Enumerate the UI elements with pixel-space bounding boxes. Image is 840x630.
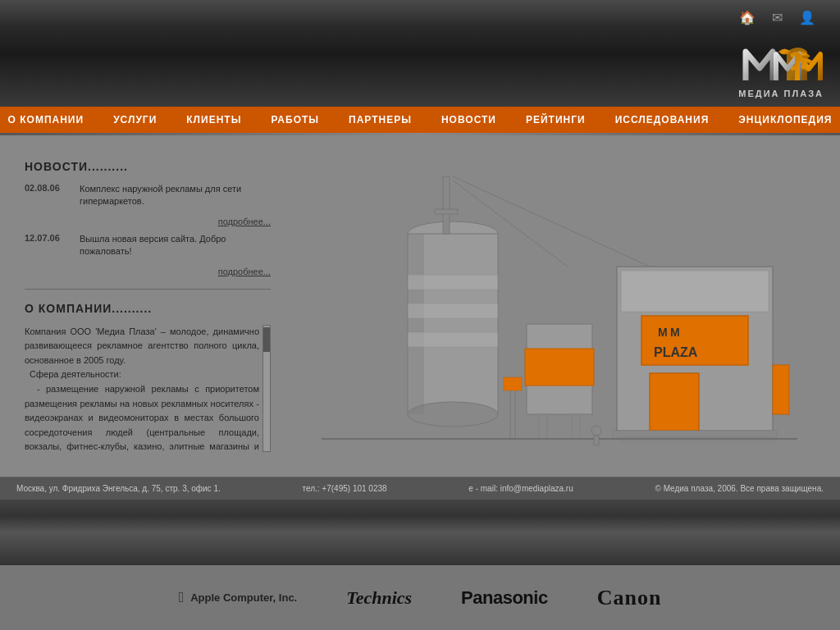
news-date-1: 02.08.06 xyxy=(25,183,70,193)
news-title: НОВОСТИ.......... xyxy=(25,160,271,173)
apple-label: Apple Computer, Inc. xyxy=(190,591,297,604)
footer-address: Москва, ул. Фридриха Энгельса, д. 75, ст… xyxy=(16,484,221,493)
nav-services[interactable]: УСЛУГИ xyxy=(98,114,171,126)
svg-rect-14 xyxy=(650,373,699,431)
svg-text:M: M xyxy=(658,326,668,339)
news-section: НОВОСТИ.......... 02.08.06 Комплекс нару… xyxy=(25,160,271,276)
bottom-gradient xyxy=(0,500,840,565)
right-panel: M M PLAZA xyxy=(287,152,832,460)
canon-label: Canon xyxy=(597,586,662,610)
nav-partners[interactable]: ПАРТНЕРЫ xyxy=(334,114,427,126)
svg-rect-12 xyxy=(572,414,580,439)
building-illustration: M M PLAZA xyxy=(322,160,797,447)
nav-clients[interactable]: КЛИЕНТЫ xyxy=(171,114,256,126)
svg-rect-24 xyxy=(504,377,522,390)
nav-works[interactable]: РАБОТЫ xyxy=(256,114,334,126)
news-more-1[interactable]: подробнее... xyxy=(80,217,271,226)
svg-rect-5 xyxy=(408,304,498,318)
news-item-2: 12.07.06 Вышла новая версия сайта. Добро… xyxy=(25,233,271,258)
svg-point-28 xyxy=(591,426,601,436)
nav-news[interactable]: НОВОСТИ xyxy=(427,114,511,126)
person-icon[interactable]: 👤 xyxy=(799,10,815,25)
brands-bar:  Apple Computer, Inc. Technics Panasoni… xyxy=(0,565,840,630)
news-item-1: 02.08.06 Комплекс наружной рекламы для с… xyxy=(25,183,271,208)
apple-icon:  xyxy=(179,589,185,606)
brand-apple:  Apple Computer, Inc. xyxy=(179,589,298,606)
scrollbar[interactable] xyxy=(262,325,271,452)
company-text: Компания ООО 'Медиа Плаза' – молодое, ди… xyxy=(25,325,259,452)
nav-ratings[interactable]: РЕЙТИНГИ xyxy=(511,114,600,126)
nav-about[interactable]: О КОМПАНИИ xyxy=(0,114,98,126)
footer-bar: Москва, ул. Фридриха Энгельса, д. 75, ст… xyxy=(0,477,840,500)
mail-icon[interactable]: ✉ xyxy=(772,10,783,25)
svg-rect-8 xyxy=(435,209,458,214)
company-title: О КОМПАНИИ.......... xyxy=(25,302,271,315)
logo-text: МЕДИА ПЛАЗА xyxy=(738,89,824,98)
footer-phone: тел.: +7(495) 101 0238 xyxy=(302,484,386,493)
nav-encyclopedia[interactable]: ЭНЦИКЛОПЕДИЯ xyxy=(724,114,840,126)
svg-rect-10 xyxy=(525,349,594,386)
company-text-wrapper: Компания ООО 'Медиа Плаза' – молодое, ди… xyxy=(25,325,271,452)
brand-technics: Technics xyxy=(346,587,412,609)
svg-rect-21 xyxy=(613,431,777,437)
panasonic-label: Panasonic xyxy=(461,587,548,609)
nav-bar: О КОМПАНИИ УСЛУГИ КЛИЕНТЫ РАБОТЫ ПАРТНЕР… xyxy=(0,107,840,133)
svg-rect-11 xyxy=(539,414,547,439)
company-section: О КОМПАНИИ.......... Компания ООО 'Медиа… xyxy=(25,302,271,452)
logo-graphic xyxy=(742,39,824,89)
svg-text:PLAZA: PLAZA xyxy=(654,345,698,359)
brand-panasonic: Panasonic xyxy=(461,587,548,609)
scroll-thumb xyxy=(263,327,270,352)
svg-rect-4 xyxy=(408,275,498,290)
footer-copyright: © Медиа плаза, 2006. Все права защищена. xyxy=(655,484,824,493)
left-panel: НОВОСТИ.......... 02.08.06 Комплекс нару… xyxy=(8,152,287,460)
svg-text:M: M xyxy=(670,326,680,339)
svg-rect-15 xyxy=(621,271,769,312)
svg-rect-29 xyxy=(594,436,599,445)
news-text-2: Вышла новая версия сайта. Добро пожалова… xyxy=(80,234,226,256)
news-date-2: 12.07.06 xyxy=(25,233,70,243)
svg-rect-7 xyxy=(443,176,450,234)
logo-area: МЕДИА ПЛАЗА xyxy=(738,39,824,98)
header: 🏠 ✉ 👤 xyxy=(0,0,840,107)
section-divider xyxy=(25,289,271,290)
footer-email: e - mail: info@mediaplaza.ru xyxy=(468,484,573,493)
technics-label: Technics xyxy=(346,587,412,609)
home-icon[interactable]: 🏠 xyxy=(739,10,756,25)
nav-research[interactable]: ИССЛЕДОВАНИЯ xyxy=(600,114,724,126)
news-text-1: Комплекс наружной рекламы для сети гипер… xyxy=(80,184,241,206)
main-content: НОВОСТИ.......... 02.08.06 Комплекс нару… xyxy=(0,135,840,477)
top-icons: 🏠 ✉ 👤 xyxy=(739,10,815,25)
svg-rect-20 xyxy=(773,365,789,414)
svg-rect-3 xyxy=(408,234,424,414)
svg-rect-6 xyxy=(408,332,498,347)
brand-canon: Canon xyxy=(597,586,662,610)
news-more-2[interactable]: подробнее... xyxy=(80,267,271,276)
